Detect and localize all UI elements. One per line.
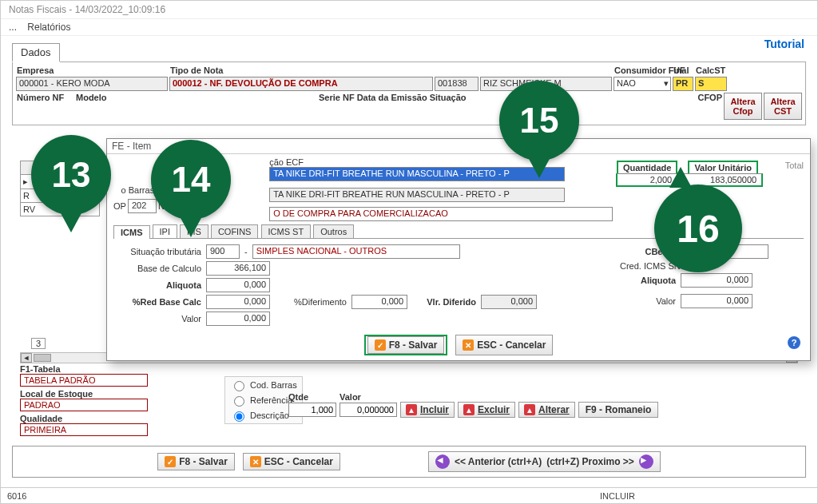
f1-tabela-value[interactable]: TABELA PADRÃO xyxy=(20,374,148,387)
cfop-label: CFOP xyxy=(674,93,722,104)
tab-cofins[interactable]: COFINS xyxy=(211,224,259,238)
cons-label: Consumidor Final xyxy=(614,65,671,77)
qualidade-value[interactable]: PRIMEIRA xyxy=(20,423,148,436)
cons-value: NAO xyxy=(617,78,636,88)
tipo-input[interactable]: 000012 - NF. DEVOLUÇÃO DE COMPRA xyxy=(169,77,433,91)
quantidade-label: Quantidade xyxy=(617,161,678,173)
vlrdif-input: 0,000 xyxy=(481,295,537,309)
tab-row: Dados xyxy=(12,42,817,62)
tab-ipi[interactable]: IPI xyxy=(153,224,177,238)
modelo-label: Modelo xyxy=(75,93,155,104)
arrow-right-icon[interactable]: ► xyxy=(639,454,653,469)
popup-f8-salvar-button[interactable]: ✓ F8 - Salvar xyxy=(367,336,445,354)
valor-input[interactable]: 0,000 xyxy=(206,312,270,326)
check-icon: ✓ xyxy=(375,339,386,351)
header-panel: Empresa 000001 - KERO MODA Tipo de Nota … xyxy=(12,62,806,125)
tab-icms[interactable]: ICMS xyxy=(113,225,150,239)
valor2-input[interactable]: 0,000 xyxy=(681,294,752,308)
valor-unitario-label: Valor Unitário xyxy=(688,161,758,173)
tutorial-link[interactable]: Tutorial xyxy=(764,38,804,50)
excluir-button[interactable]: ▲Excluir xyxy=(458,402,515,418)
menu-dots[interactable]: ... xyxy=(9,22,17,33)
status-right: INCLUIR xyxy=(600,491,635,501)
popup-esc-cancelar-button[interactable]: ✕ ESC - Cancelar xyxy=(455,335,553,355)
bottom-toolbar: ✓ F8 - Salvar ✕ ESC - Cancelar ◄ << Ante… xyxy=(12,446,806,478)
radio-referencia[interactable]: Referência xyxy=(230,394,297,407)
base-input[interactable]: 366,100 xyxy=(206,261,270,276)
valor-input-lower[interactable] xyxy=(340,403,397,417)
arrow-left-icon[interactable]: ◄ xyxy=(435,454,450,469)
dif-label: %Diferimento xyxy=(275,297,347,307)
f8-salvar-button[interactable]: ✓ F8 - Salvar xyxy=(157,453,235,470)
f8-salvar-label: F8 - Salvar xyxy=(179,456,228,467)
qtde-valor-block: Qtde Valor ▲Incluir ▲Excluir ▲Alterar F9… xyxy=(288,392,658,418)
help-icon[interactable]: ? xyxy=(788,336,800,349)
situacao-label: Situação xyxy=(429,93,477,104)
aliq-label: Aliquota xyxy=(113,280,201,290)
altera-cfop-button[interactable]: Altera Cfop xyxy=(724,93,762,120)
aliq2-input[interactable]: 0,000 xyxy=(681,273,752,288)
tab-outros[interactable]: Outros xyxy=(313,224,354,238)
popup-f8-label: F8 - Salvar xyxy=(389,339,438,351)
status-bar: 6016 INCLUIR xyxy=(1,487,817,503)
dif-input[interactable]: 0,000 xyxy=(351,295,407,309)
base-label: Base de Calculo xyxy=(113,264,201,273)
scroll-thumb[interactable] xyxy=(34,354,51,362)
esc-cancelar-button[interactable]: ✕ ESC - Cancelar xyxy=(243,453,340,470)
window-title: Notas Fiscais - 14/03/2022_10:09:16 xyxy=(1,1,817,19)
qtde-input[interactable] xyxy=(288,403,336,417)
qtde-label: Qtde xyxy=(288,392,336,402)
op-label: OP xyxy=(113,201,126,211)
cons-select[interactable]: NAO ▾ xyxy=(614,77,671,91)
tab-dados[interactable]: Dados xyxy=(12,43,60,62)
product-desc: TA NIKE DRI-FIT BREATHE RUN MASCULINA - … xyxy=(269,188,565,202)
marker-15: 15 xyxy=(499,81,579,161)
plus-icon: ▲ xyxy=(406,404,417,415)
anterior-button[interactable]: << Anterior (ctrl+A) xyxy=(455,456,542,467)
f1-tabela-label: F1-Tabela xyxy=(20,364,212,374)
status-left: 6016 xyxy=(7,491,26,501)
minus-icon: ▲ xyxy=(463,404,475,415)
numnota-spacer xyxy=(435,65,478,77)
menu-bar: ... Relatórios xyxy=(1,19,817,36)
incluir-button[interactable]: ▲Incluir xyxy=(400,402,455,418)
aliq2-label: Aliquota xyxy=(620,276,676,285)
sit-desc-input[interactable]: SIMPLES NACIONAL - OUTROS xyxy=(252,244,460,259)
numnf-label: Número NF xyxy=(16,93,73,104)
app-window: Notas Fiscais - 14/03/2022_10:09:16 ... … xyxy=(0,0,818,504)
local-value[interactable]: PADRAO xyxy=(20,399,148,411)
marker-16: 16 xyxy=(654,185,742,272)
valor-label: Valor xyxy=(113,314,201,323)
lower-labels: F1-Tabela TABELA PADRÃO Local de Estoque… xyxy=(20,364,212,439)
empresa-input[interactable]: 000001 - KERO MODA xyxy=(16,77,168,91)
red-input[interactable]: 0,000 xyxy=(206,295,270,309)
altera-cst-button[interactable]: Altera CST xyxy=(764,93,802,120)
tab-icmsst[interactable]: ICMS ST xyxy=(261,224,312,238)
romaneio-button[interactable]: F9 - Romaneio xyxy=(578,402,659,418)
product-select[interactable]: TA NIKE DRI-FIT BREATHE RUN MASCULINA - … xyxy=(269,167,565,181)
x-icon: ✕ xyxy=(463,339,474,351)
uf-input[interactable]: PR xyxy=(673,77,693,91)
popup-esc-label: ESC - Cancelar xyxy=(477,339,546,351)
natureza-input[interactable]: O DE COMPRA PARA COMERCIALIZACAO xyxy=(269,207,613,221)
edit-icon: ▲ xyxy=(524,404,535,415)
menu-relatorios[interactable]: Relatórios xyxy=(27,22,70,33)
scroll-left-icon[interactable]: ◄ xyxy=(21,353,32,363)
serie-label: Serie NF xyxy=(318,93,355,104)
proximo-button[interactable]: (ctrl+Z) Proximo >> xyxy=(546,456,634,467)
chevron-down-icon: ▾ xyxy=(664,78,669,89)
calcst-input[interactable]: S xyxy=(695,77,727,91)
radio-codbarras[interactable]: Cod. Barras xyxy=(230,379,297,391)
tipo-label: Tipo de Nota xyxy=(169,65,433,77)
uf-label: UF xyxy=(673,65,693,77)
radio-descricao[interactable]: Descrição xyxy=(230,409,297,422)
esc-cancelar-label: ESC - Cancelar xyxy=(264,456,333,467)
x-icon: ✕ xyxy=(250,456,261,467)
numnota-input[interactable]: 001838 xyxy=(435,77,478,91)
valor2-label: Valor xyxy=(620,296,676,306)
sit-code-input[interactable]: 900 xyxy=(206,244,240,259)
aliq-input[interactable]: 0,000 xyxy=(206,278,270,292)
valor-label-lower: Valor xyxy=(340,392,395,402)
alterar-button[interactable]: ▲Alterar xyxy=(518,402,575,418)
calcst-label: CalcST xyxy=(695,65,727,77)
